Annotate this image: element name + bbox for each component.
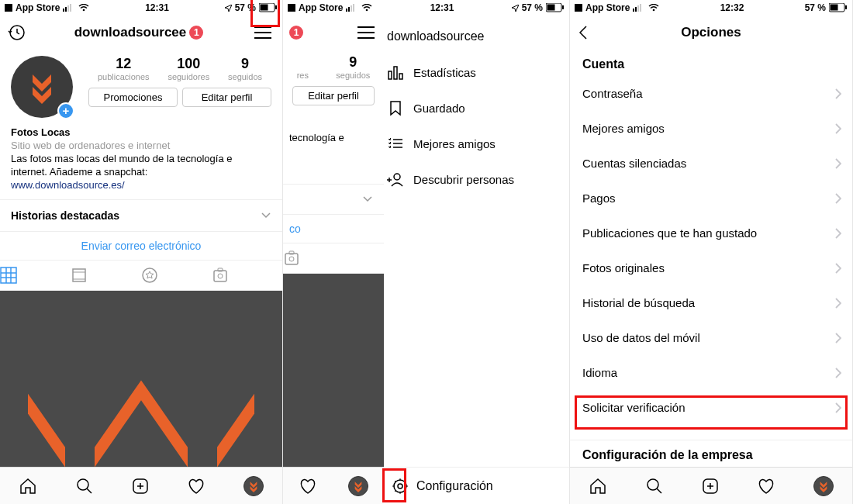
search-icon[interactable] [75,477,94,495]
posts-grid-slice [283,274,384,467]
chevron-right-icon [835,368,841,378]
svg-line-57 [657,488,661,493]
signal-icon [633,4,645,12]
notification-badge[interactable]: 1 [289,26,303,40]
battery-pct: 57 % [522,2,543,13]
svg-rect-55 [845,5,847,9]
signal-icon [63,4,75,12]
back-chevron-icon[interactable] [578,25,589,40]
option-row-8[interactable]: Idioma [570,355,852,390]
back-app-icon[interactable] [288,4,295,12]
svg-rect-26 [346,9,347,12]
status-time: 12:31 [430,2,454,13]
grid-view-tab[interactable] [0,261,71,290]
signal-icon [346,4,358,12]
svg-rect-48 [633,9,634,12]
post-cell[interactable] [95,333,188,468]
settings-row[interactable]: Configuración [384,467,569,504]
status-time: 12:32 [720,2,744,13]
svg-rect-9 [1,268,16,283]
home-icon[interactable] [19,477,37,495]
option-label: Historial de búsqueda [582,296,695,309]
new-post-icon[interactable] [701,477,720,495]
option-row-1[interactable]: Mejores amigos [570,111,852,146]
options-title: Opciones [589,25,834,40]
option-row-5[interactable]: Fotos originales [570,250,852,285]
back-app-label[interactable]: App Store [16,2,60,13]
following-stat[interactable]: 9seguidos [228,56,262,81]
svg-rect-33 [562,5,564,9]
followers-stat[interactable]: 100seguidores [167,56,209,81]
search-icon[interactable] [645,477,664,495]
back-app-icon[interactable] [5,4,12,12]
drawer-item-saved[interactable]: Guardado [384,90,569,126]
tagged-view-tab[interactable] [283,243,384,273]
activity-icon[interactable] [187,477,205,495]
highlights-row[interactable]: Historias destacadas [0,199,282,231]
discover-people-icon [387,171,404,188]
option-row-6[interactable]: Historial de búsqueda [570,285,852,320]
post-cell[interactable] [0,291,93,332]
email-cut[interactable]: co [283,214,384,243]
followers-stat-cut: res [297,54,309,80]
menu-button[interactable] [251,23,275,42]
back-app-label[interactable]: App Store [585,2,630,13]
profile-tab-icon[interactable] [813,476,834,496]
option-row-2[interactable]: Cuentas silenciadas [570,146,852,181]
activity-icon[interactable] [299,477,317,495]
edit-profile-button[interactable]: Editar perfil [182,88,271,107]
home-icon[interactable] [589,477,607,495]
following-stat[interactable]: 9seguidos [336,54,370,80]
feed-view-tab[interactable] [71,261,141,290]
side-drawer: downloadsourcee Estadísticas Guardado Me… [384,16,569,504]
edit-profile-button[interactable]: Editar perfil [292,86,375,105]
new-post-icon[interactable] [131,477,150,495]
profile-avatar[interactable]: + [11,56,73,118]
profile-tab-icon[interactable] [243,476,264,496]
chevron-down-icon [362,194,373,205]
post-cell[interactable] [189,333,282,468]
activity-icon[interactable] [757,477,775,495]
option-row-9[interactable]: Solicitar verificación [570,390,852,425]
svg-point-21 [78,479,88,490]
username-title[interactable]: downloadsourcee [74,25,187,40]
option-row-3[interactable]: Pagos [570,181,852,216]
archive-icon[interactable] [8,23,26,42]
option-label: Contraseña [582,87,643,100]
back-app-label[interactable]: App Store [299,2,343,13]
profile-link[interactable]: www.downloadsource.es/ [11,178,271,192]
add-story-icon[interactable]: + [57,102,74,119]
option-row-0[interactable]: Contraseña [570,76,852,111]
section-account: Cuenta [570,50,852,76]
back-app-icon[interactable] [575,4,582,12]
notification-badge[interactable]: 1 [189,26,203,40]
status-bar: App Store 12:31 57 % [283,0,569,16]
post-cell[interactable] [189,291,282,332]
send-email-button[interactable]: Enviar correo electrónico [0,231,282,260]
profile-tab-icon[interactable] [348,476,368,496]
option-row-4[interactable]: Publicaciones que te han gustado [570,216,852,250]
status-bar: App Store 12:31 57 % [0,0,282,16]
promotions-button[interactable]: Promociones [88,88,178,107]
drawer-item-label: Guardado [413,102,465,115]
wifi-icon [78,4,89,12]
posts-stat[interactable]: 12publicaciones [98,56,150,81]
drawer-item-insights[interactable]: Estadísticas [384,54,569,90]
menu-button[interactable] [354,23,378,42]
status-bar: App Store 12:32 57 % [570,0,852,16]
svg-rect-1 [65,7,67,12]
svg-rect-6 [261,5,268,11]
svg-rect-0 [63,9,64,12]
svg-point-56 [648,479,658,490]
post-cell[interactable] [0,333,93,468]
highlights-label: Historias destacadas [11,209,119,222]
post-cell[interactable] [95,291,188,332]
option-row-7[interactable]: Uso de datos del móvil [570,320,852,355]
wifi-icon [648,4,659,12]
drawer-item-close-friends[interactable]: Mejores amigos [384,126,569,161]
star-view-tab[interactable] [141,261,212,290]
location-icon [225,5,232,12]
drawer-item-discover[interactable]: Descubrir personas [384,161,569,197]
tagged-view-tab[interactable] [212,261,282,290]
bio-cut: tecnología e [283,105,384,147]
